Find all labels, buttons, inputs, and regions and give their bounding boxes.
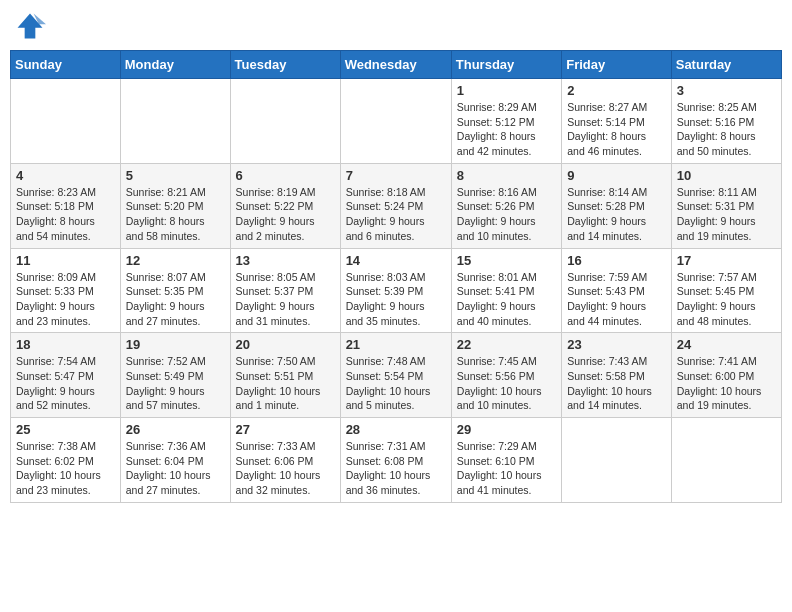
day-cell	[562, 418, 672, 503]
logo-icon	[14, 10, 46, 42]
day-cell: 12Sunrise: 8:07 AM Sunset: 5:35 PM Dayli…	[120, 248, 230, 333]
week-row-4: 25Sunrise: 7:38 AM Sunset: 6:02 PM Dayli…	[11, 418, 782, 503]
week-row-0: 1Sunrise: 8:29 AM Sunset: 5:12 PM Daylig…	[11, 79, 782, 164]
day-info: Sunrise: 7:33 AM Sunset: 6:06 PM Dayligh…	[236, 439, 335, 498]
weekday-header-saturday: Saturday	[671, 51, 781, 79]
day-cell: 8Sunrise: 8:16 AM Sunset: 5:26 PM Daylig…	[451, 163, 561, 248]
logo	[14, 10, 50, 42]
day-number: 17	[677, 253, 776, 268]
day-number: 6	[236, 168, 335, 183]
day-cell: 6Sunrise: 8:19 AM Sunset: 5:22 PM Daylig…	[230, 163, 340, 248]
day-cell: 14Sunrise: 8:03 AM Sunset: 5:39 PM Dayli…	[340, 248, 451, 333]
day-number: 16	[567, 253, 666, 268]
day-cell: 19Sunrise: 7:52 AM Sunset: 5:49 PM Dayli…	[120, 333, 230, 418]
day-number: 15	[457, 253, 556, 268]
day-info: Sunrise: 8:29 AM Sunset: 5:12 PM Dayligh…	[457, 100, 556, 159]
day-cell: 21Sunrise: 7:48 AM Sunset: 5:54 PM Dayli…	[340, 333, 451, 418]
week-row-1: 4Sunrise: 8:23 AM Sunset: 5:18 PM Daylig…	[11, 163, 782, 248]
day-info: Sunrise: 8:03 AM Sunset: 5:39 PM Dayligh…	[346, 270, 446, 329]
day-info: Sunrise: 8:05 AM Sunset: 5:37 PM Dayligh…	[236, 270, 335, 329]
week-row-2: 11Sunrise: 8:09 AM Sunset: 5:33 PM Dayli…	[11, 248, 782, 333]
day-info: Sunrise: 7:57 AM Sunset: 5:45 PM Dayligh…	[677, 270, 776, 329]
day-number: 9	[567, 168, 666, 183]
day-number: 2	[567, 83, 666, 98]
day-cell: 18Sunrise: 7:54 AM Sunset: 5:47 PM Dayli…	[11, 333, 121, 418]
day-cell	[671, 418, 781, 503]
day-cell: 20Sunrise: 7:50 AM Sunset: 5:51 PM Dayli…	[230, 333, 340, 418]
day-cell: 17Sunrise: 7:57 AM Sunset: 5:45 PM Dayli…	[671, 248, 781, 333]
svg-marker-0	[18, 14, 43, 39]
day-number: 8	[457, 168, 556, 183]
day-number: 19	[126, 337, 225, 352]
day-cell: 16Sunrise: 7:59 AM Sunset: 5:43 PM Dayli…	[562, 248, 672, 333]
day-cell: 5Sunrise: 8:21 AM Sunset: 5:20 PM Daylig…	[120, 163, 230, 248]
day-number: 11	[16, 253, 115, 268]
day-cell	[11, 79, 121, 164]
day-number: 7	[346, 168, 446, 183]
day-number: 18	[16, 337, 115, 352]
day-info: Sunrise: 8:21 AM Sunset: 5:20 PM Dayligh…	[126, 185, 225, 244]
day-cell: 1Sunrise: 8:29 AM Sunset: 5:12 PM Daylig…	[451, 79, 561, 164]
day-number: 20	[236, 337, 335, 352]
day-info: Sunrise: 8:07 AM Sunset: 5:35 PM Dayligh…	[126, 270, 225, 329]
day-info: Sunrise: 7:38 AM Sunset: 6:02 PM Dayligh…	[16, 439, 115, 498]
day-info: Sunrise: 8:19 AM Sunset: 5:22 PM Dayligh…	[236, 185, 335, 244]
weekday-header-thursday: Thursday	[451, 51, 561, 79]
weekday-header-friday: Friday	[562, 51, 672, 79]
day-cell	[230, 79, 340, 164]
day-info: Sunrise: 7:36 AM Sunset: 6:04 PM Dayligh…	[126, 439, 225, 498]
day-info: Sunrise: 7:43 AM Sunset: 5:58 PM Dayligh…	[567, 354, 666, 413]
day-cell: 10Sunrise: 8:11 AM Sunset: 5:31 PM Dayli…	[671, 163, 781, 248]
day-cell: 27Sunrise: 7:33 AM Sunset: 6:06 PM Dayli…	[230, 418, 340, 503]
day-info: Sunrise: 8:09 AM Sunset: 5:33 PM Dayligh…	[16, 270, 115, 329]
day-info: Sunrise: 7:48 AM Sunset: 5:54 PM Dayligh…	[346, 354, 446, 413]
day-cell: 23Sunrise: 7:43 AM Sunset: 5:58 PM Dayli…	[562, 333, 672, 418]
day-cell: 13Sunrise: 8:05 AM Sunset: 5:37 PM Dayli…	[230, 248, 340, 333]
day-cell: 26Sunrise: 7:36 AM Sunset: 6:04 PM Dayli…	[120, 418, 230, 503]
weekday-header-wednesday: Wednesday	[340, 51, 451, 79]
day-number: 5	[126, 168, 225, 183]
day-info: Sunrise: 7:50 AM Sunset: 5:51 PM Dayligh…	[236, 354, 335, 413]
day-cell: 2Sunrise: 8:27 AM Sunset: 5:14 PM Daylig…	[562, 79, 672, 164]
day-number: 4	[16, 168, 115, 183]
day-info: Sunrise: 7:45 AM Sunset: 5:56 PM Dayligh…	[457, 354, 556, 413]
day-number: 3	[677, 83, 776, 98]
day-info: Sunrise: 8:18 AM Sunset: 5:24 PM Dayligh…	[346, 185, 446, 244]
day-cell: 9Sunrise: 8:14 AM Sunset: 5:28 PM Daylig…	[562, 163, 672, 248]
week-row-3: 18Sunrise: 7:54 AM Sunset: 5:47 PM Dayli…	[11, 333, 782, 418]
day-cell: 3Sunrise: 8:25 AM Sunset: 5:16 PM Daylig…	[671, 79, 781, 164]
day-info: Sunrise: 8:01 AM Sunset: 5:41 PM Dayligh…	[457, 270, 556, 329]
day-number: 12	[126, 253, 225, 268]
day-number: 14	[346, 253, 446, 268]
weekday-header-monday: Monday	[120, 51, 230, 79]
day-number: 24	[677, 337, 776, 352]
day-info: Sunrise: 8:14 AM Sunset: 5:28 PM Dayligh…	[567, 185, 666, 244]
day-cell	[340, 79, 451, 164]
day-number: 1	[457, 83, 556, 98]
day-number: 22	[457, 337, 556, 352]
day-cell	[120, 79, 230, 164]
day-cell: 29Sunrise: 7:29 AM Sunset: 6:10 PM Dayli…	[451, 418, 561, 503]
calendar-table: SundayMondayTuesdayWednesdayThursdayFrid…	[10, 50, 782, 503]
weekday-header-tuesday: Tuesday	[230, 51, 340, 79]
day-number: 21	[346, 337, 446, 352]
day-info: Sunrise: 7:41 AM Sunset: 6:00 PM Dayligh…	[677, 354, 776, 413]
day-number: 29	[457, 422, 556, 437]
day-number: 27	[236, 422, 335, 437]
day-number: 25	[16, 422, 115, 437]
day-info: Sunrise: 8:25 AM Sunset: 5:16 PM Dayligh…	[677, 100, 776, 159]
day-info: Sunrise: 8:27 AM Sunset: 5:14 PM Dayligh…	[567, 100, 666, 159]
day-cell: 11Sunrise: 8:09 AM Sunset: 5:33 PM Dayli…	[11, 248, 121, 333]
day-cell: 28Sunrise: 7:31 AM Sunset: 6:08 PM Dayli…	[340, 418, 451, 503]
day-number: 28	[346, 422, 446, 437]
day-info: Sunrise: 8:23 AM Sunset: 5:18 PM Dayligh…	[16, 185, 115, 244]
day-info: Sunrise: 7:29 AM Sunset: 6:10 PM Dayligh…	[457, 439, 556, 498]
day-cell: 25Sunrise: 7:38 AM Sunset: 6:02 PM Dayli…	[11, 418, 121, 503]
day-info: Sunrise: 7:54 AM Sunset: 5:47 PM Dayligh…	[16, 354, 115, 413]
day-cell: 24Sunrise: 7:41 AM Sunset: 6:00 PM Dayli…	[671, 333, 781, 418]
weekday-header-sunday: Sunday	[11, 51, 121, 79]
day-cell: 22Sunrise: 7:45 AM Sunset: 5:56 PM Dayli…	[451, 333, 561, 418]
weekday-header-row: SundayMondayTuesdayWednesdayThursdayFrid…	[11, 51, 782, 79]
day-info: Sunrise: 8:16 AM Sunset: 5:26 PM Dayligh…	[457, 185, 556, 244]
day-info: Sunrise: 7:52 AM Sunset: 5:49 PM Dayligh…	[126, 354, 225, 413]
